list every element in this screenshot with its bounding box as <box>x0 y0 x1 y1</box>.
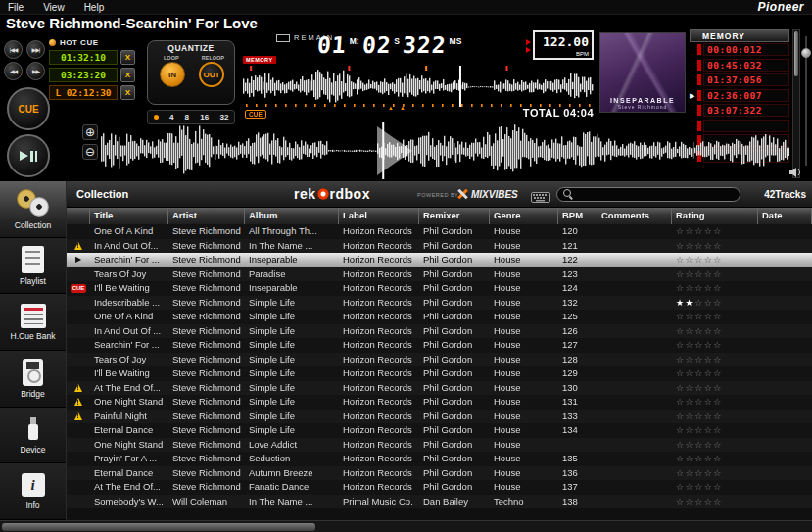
memory-time[interactable]: 00:45:032 <box>703 59 789 72</box>
horizontal-scrollbar[interactable] <box>0 520 812 532</box>
track-row[interactable]: Eternal DanceSteve RichmondSimple LifeHo… <box>67 423 812 438</box>
hot-cue-clear-button-3[interactable]: X <box>120 85 135 100</box>
memory-panel-label: MEMORY <box>690 29 789 42</box>
column-header-rating[interactable]: Rating <box>672 208 758 224</box>
sidebar-item-playlist[interactable]: Playlist <box>0 238 66 295</box>
hot-cue-time-3[interactable]: L 02:12:30 <box>49 85 118 100</box>
track-row[interactable]: Searchin' For ...Steve RichmondSimple Li… <box>67 338 812 353</box>
menu-help[interactable]: Help <box>84 2 105 13</box>
mixvibes-x-icon <box>456 188 468 200</box>
zoom-out-icon[interactable]: ⊖ <box>82 144 98 160</box>
column-header-album[interactable]: Album <box>245 208 339 224</box>
cue-button[interactable]: CUE <box>7 87 50 130</box>
column-header-title[interactable]: Title <box>90 208 168 224</box>
track-row[interactable]: ▶Searchin' For ...Steve RichmondInsepara… <box>67 253 812 267</box>
level-slider[interactable] <box>803 36 809 166</box>
loop-in-button[interactable]: IN <box>160 62 185 87</box>
track-row[interactable]: Tears Of JoySteve RichmondParadiseHorizo… <box>67 267 812 282</box>
sidebar-item-bridge[interactable]: Bridge <box>0 351 66 408</box>
track-row[interactable]: In And Out Of...Steve RichmondIn The Nam… <box>67 239 812 254</box>
memory-scrollbar[interactable] <box>792 29 800 178</box>
memory-entry[interactable]: 01:37:056 <box>690 73 789 88</box>
column-header-bpm[interactable]: BPM <box>558 208 597 224</box>
cell-artist: Steve Richmond <box>168 480 245 495</box>
column-header-comments[interactable]: Comments <box>597 208 672 224</box>
zoom-in-icon[interactable]: ⊕ <box>82 124 98 140</box>
column-header-remixer[interactable]: Remixer <box>419 208 490 224</box>
beat-length-16[interactable]: 16 <box>200 113 209 121</box>
prev-track-button[interactable]: |◀◀ <box>4 40 23 59</box>
memory-time[interactable]: 01:37:056 <box>703 73 789 86</box>
next-track-button[interactable]: ▶▶| <box>26 40 45 59</box>
column-header-artist[interactable]: Artist <box>168 208 245 224</box>
loop-out-button[interactable]: OUT <box>199 62 224 87</box>
slider-knob[interactable] <box>801 48 811 58</box>
cell-label: Horizon Records <box>339 452 419 466</box>
memory-time[interactable]: 00:00:012 <box>703 43 789 56</box>
track-row[interactable]: One Of A KindSteve RichmondAll Through T… <box>67 224 812 239</box>
menu-view[interactable]: View <box>43 2 65 13</box>
search-box[interactable] <box>556 187 740 202</box>
hot-cue-time-1[interactable]: 01:32:10 <box>49 50 118 65</box>
track-row[interactable]: One Night StandSteve RichmondLove Addict… <box>67 438 812 453</box>
main-waveform[interactable] <box>243 66 594 107</box>
track-status-cell <box>67 438 90 453</box>
column-header-status[interactable] <box>67 208 90 224</box>
hot-cue-time-2[interactable]: 03:23:20 <box>49 68 118 82</box>
cell-bpm: 130 <box>558 381 597 396</box>
track-row[interactable]: I'll Be WaitingSteve RichmondSimple Life… <box>67 366 812 381</box>
cell-rating: ☆☆☆☆☆ <box>672 410 758 424</box>
beat-length-4[interactable]: 4 <box>169 113 173 121</box>
track-row[interactable]: At The End Of...Steve RichmondSimple Lif… <box>67 381 812 396</box>
track-row[interactable]: Eternal DanceSteve RichmondAutumn Breeze… <box>67 466 812 481</box>
cell-date <box>758 495 812 509</box>
search-forward-button[interactable]: ▶▶ <box>26 62 45 80</box>
track-table-body: One Of A KindSteve RichmondAll Through T… <box>67 224 812 520</box>
cell-album: Paradise <box>245 267 339 282</box>
column-header-genre[interactable]: Genre <box>490 208 558 224</box>
track-row[interactable]: In And Out Of ...Steve RichmondSimple Li… <box>67 324 812 339</box>
track-row[interactable]: One Night StandSteve RichmondSimple Life… <box>67 395 812 410</box>
track-row[interactable]: Indescribable ...Steve RichmondSimple Li… <box>67 296 812 311</box>
memory-entry[interactable]: 00:00:012 <box>690 42 789 58</box>
cue-badge: CUE <box>71 284 87 293</box>
track-row[interactable]: One Of A KindSteve RichmondSimple LifeHo… <box>67 310 812 324</box>
cell-bpm: 125 <box>558 310 597 324</box>
sidebar-item-device[interactable]: Device <box>0 408 66 464</box>
search-input[interactable] <box>578 190 734 200</box>
track-row[interactable]: Painful NightSteve RichmondSimple LifeHo… <box>67 410 812 424</box>
sidebar-item-info[interactable]: Info <box>0 463 66 520</box>
track-row[interactable]: CUEI'll Be WaitingSteve RichmondInsepara… <box>67 281 812 296</box>
track-status-cell <box>67 324 90 339</box>
play-pause-button[interactable] <box>7 134 50 177</box>
column-header-label[interactable]: Label <box>339 208 419 224</box>
memory-time[interactable]: 02:36:007 <box>703 89 789 102</box>
beat-length-32[interactable]: 32 <box>219 113 228 121</box>
memory-entry[interactable]: 00:45:032 <box>690 58 789 73</box>
track-row[interactable]: Prayin' For A ...Steve RichmondSeduction… <box>67 452 812 466</box>
keyboard-icon[interactable] <box>531 189 550 207</box>
beat-length-8[interactable]: 8 <box>185 113 189 121</box>
track-row[interactable]: At The End Of...Steve RichmondFanatic Da… <box>67 480 812 495</box>
hot-cue-clear-button-2[interactable]: X <box>120 68 135 82</box>
cell-label: Horizon Records <box>339 381 419 396</box>
track-row[interactable]: Somebody's W...Will ColemanIn The Name .… <box>67 495 812 509</box>
memory-entry[interactable]: ▶02:36:007 <box>690 88 789 104</box>
cell-artist: Steve Richmond <box>168 452 245 466</box>
sidebar-item-h-cue-bank[interactable]: H.Cue Bank <box>0 294 66 351</box>
bridge-icon <box>23 359 43 386</box>
column-header-date[interactable]: Date <box>758 208 812 224</box>
memory-entry[interactable]: 03:07:322 <box>690 103 789 119</box>
zoom-waveform[interactable] <box>101 122 789 179</box>
loop-label: LOOP <box>164 55 179 61</box>
search-back-button[interactable]: ◀◀ <box>4 62 23 80</box>
menu-file[interactable]: File <box>8 2 24 13</box>
hot-cue-clear-button-1[interactable]: X <box>120 50 135 65</box>
track-row[interactable]: Tears Of JoySteve RichmondSimple LifeHor… <box>67 353 812 367</box>
memory-scrollbar-thumb[interactable] <box>794 31 798 76</box>
memory-time[interactable]: 03:07:322 <box>703 104 789 117</box>
cell-title: Searchin' For ... <box>90 338 168 353</box>
sidebar-item-collection[interactable]: Collection <box>0 181 66 238</box>
cell-remixer: Phil Gordon <box>419 452 490 466</box>
horizontal-scrollbar-thumb[interactable] <box>2 523 315 531</box>
